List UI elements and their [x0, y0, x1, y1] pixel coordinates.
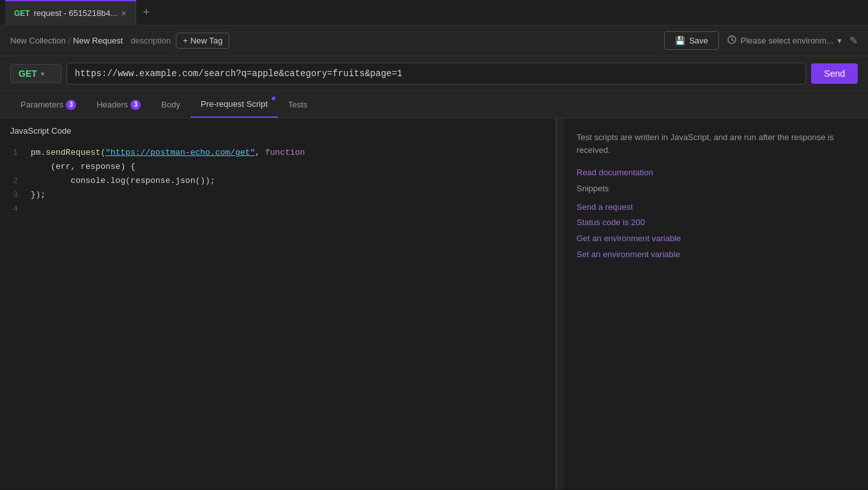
breadcrumb-collection[interactable]: New Collection — [10, 36, 66, 45]
breadcrumb-request[interactable]: New Request — [73, 36, 123, 45]
toolbar: New Collection / New Request description… — [0, 26, 868, 56]
scrollbar[interactable] — [556, 118, 564, 489]
tab-parameters-badge: 3 — [66, 100, 76, 110]
breadcrumb-separator: / — [68, 36, 71, 45]
tab-tests[interactable]: Tests — [278, 92, 318, 117]
description-link[interactable]: description — [130, 36, 171, 45]
tab-headers[interactable]: Headers 3 — [86, 92, 151, 118]
save-label: Save — [689, 36, 708, 45]
tab-headers-label: Headers — [97, 100, 128, 109]
tab-bar: GET request - 6515218b4... × + — [0, 0, 868, 26]
tab-prerequest-label: Pre-request Script — [201, 99, 268, 109]
request-tabs: Parameters 3 Headers 3 Body Pre-request … — [0, 91, 868, 118]
tab-tests-label: Tests — [288, 100, 307, 109]
method-selector[interactable]: GET ▾ — [10, 64, 61, 83]
snippets-list: Send a request Status code is 200 Get an… — [577, 201, 855, 262]
line-numbers: 1 2 3 4 — [0, 146, 26, 484]
code-line-4 — [31, 202, 550, 216]
code-line-2: console.log(response.json()); — [31, 174, 550, 188]
edit-icon[interactable]: ✎ — [849, 35, 858, 47]
line-number-3: 3 — [8, 188, 18, 202]
read-documentation-link[interactable]: Read documentation — [577, 166, 855, 180]
env-icon — [727, 35, 737, 47]
right-panel: Test scripts are written in JavaScript, … — [564, 118, 868, 489]
new-tab-button[interactable]: + — [136, 3, 157, 23]
send-button[interactable]: Send — [811, 63, 858, 84]
line-number-1: 1 — [8, 146, 18, 160]
snippet-status-code[interactable]: Status code is 200 — [577, 216, 855, 230]
new-tag-label: New Tag — [190, 36, 222, 45]
tab-title: request - 6515218b4... — [34, 8, 118, 18]
url-bar: GET ▾ Send — [0, 56, 868, 91]
code-content: pm.sendRequest("https://postman-echo.com… — [26, 146, 555, 484]
tab-prerequest-dot — [272, 97, 275, 100]
new-tag-button[interactable]: + New Tag — [176, 33, 229, 49]
code-line-1b: (err, response) { — [31, 160, 550, 174]
code-editor[interactable]: 1 2 3 4 pm.sendRequest("https://postman-… — [0, 141, 555, 489]
url-input[interactable] — [66, 63, 806, 84]
toolbar-right: 💾 Save Please select environm... ▾ ✎ — [664, 31, 858, 50]
line-number-blank — [8, 160, 18, 174]
info-text: Test scripts are written in JavaScript, … — [577, 131, 855, 156]
tab-body[interactable]: Body — [151, 92, 190, 117]
env-chevron-icon: ▾ — [837, 36, 842, 45]
code-line-3: }); — [31, 188, 550, 202]
tab-parameters-label: Parameters — [20, 100, 63, 109]
env-placeholder: Please select environm... — [741, 36, 833, 45]
code-line-1: pm.sendRequest("https://postman-echo.com… — [31, 146, 550, 160]
code-editor-area: JavaScript Code 1 2 3 4 pm.sendRequest("… — [0, 118, 556, 489]
save-button[interactable]: 💾 Save — [664, 31, 719, 50]
environment-selector[interactable]: Please select environm... ▾ — [727, 35, 842, 47]
new-tag-icon: + — [183, 36, 188, 45]
line-number-4: 4 — [8, 202, 18, 216]
breadcrumb: New Collection / New Request — [10, 36, 123, 45]
method-label: GET — [19, 68, 37, 79]
save-icon: 💾 — [675, 36, 685, 45]
tab-close-button[interactable]: × — [121, 8, 127, 19]
snippets-title: Snippets — [577, 182, 855, 196]
active-tab[interactable]: GET request - 6515218b4... × — [5, 0, 136, 26]
tab-parameters[interactable]: Parameters 3 — [10, 92, 86, 118]
tab-method-badge: GET — [14, 9, 30, 18]
line-number-2: 2 — [8, 174, 18, 188]
main-content: JavaScript Code 1 2 3 4 pm.sendRequest("… — [0, 118, 868, 489]
tab-headers-badge: 3 — [130, 100, 141, 110]
section-title: JavaScript Code — [0, 118, 555, 141]
tab-prerequest[interactable]: Pre-request Script — [190, 91, 278, 118]
snippet-get-env-var[interactable]: Get an environment variable — [577, 232, 855, 246]
snippet-set-env-var[interactable]: Set an environment variable — [577, 248, 855, 262]
method-chevron-icon: ▾ — [41, 70, 44, 77]
snippet-send-request[interactable]: Send a request — [577, 201, 855, 214]
tab-body-label: Body — [161, 100, 180, 109]
